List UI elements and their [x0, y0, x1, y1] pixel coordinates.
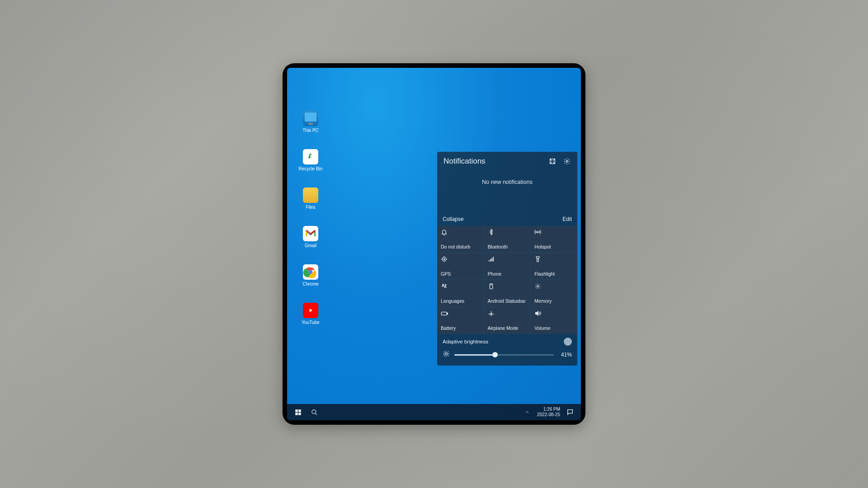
tile-label: Flashlight	[534, 272, 574, 277]
statusbar-icon	[488, 283, 527, 291]
tray-chevron-up-icon[interactable]	[519, 404, 535, 420]
expand-icon[interactable]	[547, 156, 557, 166]
recycle-icon	[303, 149, 318, 164]
desktop-icon-files[interactable]: Files	[303, 188, 318, 210]
desktop-icon-gmail[interactable]: Gmail	[303, 226, 318, 248]
tile-hotspot[interactable]: Hotspot	[531, 226, 577, 253]
tile-label: Phone	[488, 272, 527, 277]
svg-rect-16	[447, 313, 448, 314]
settings-icon[interactable]	[562, 156, 572, 166]
tile-label: Do not disturb	[441, 244, 480, 250]
svg-rect-19	[298, 409, 301, 412]
hotspot-icon	[534, 229, 574, 237]
tile-phone[interactable]: Phone	[484, 253, 531, 280]
desktop-icon-label: Files	[306, 205, 315, 210]
panel-title: Notifications	[443, 157, 543, 166]
no-notifications-text: No new notifications	[437, 171, 577, 212]
edit-button[interactable]: Edit	[562, 216, 572, 222]
tile-gps[interactable]: GPS	[437, 253, 484, 280]
desktop-icon-label: Chrome	[302, 282, 319, 286]
desktop-icon-label: This PC	[302, 128, 319, 133]
svg-rect-21	[298, 413, 301, 415]
tile-android-statusbar[interactable]: Android Statusbar	[484, 280, 531, 307]
adaptive-brightness-label: Adaptive brightness	[443, 339, 488, 344]
bell-icon	[441, 229, 480, 237]
tile-do-not-disturb[interactable]: Do not disturb	[437, 226, 484, 253]
brightness-percent: 41%	[558, 352, 572, 358]
desktop-icon-youtube[interactable]: YouTube	[302, 303, 319, 325]
tile-label: GPS	[441, 272, 480, 277]
tile-label: Languages	[441, 299, 480, 304]
bluetooth-icon	[488, 229, 527, 237]
svg-point-14	[537, 286, 539, 287]
youtube-icon	[303, 303, 318, 318]
folder-icon	[303, 188, 318, 203]
tile-memory[interactable]: Memory	[531, 280, 577, 307]
desktop-icon-label: Recycle Bin	[299, 166, 323, 171]
svg-rect-9	[490, 259, 491, 262]
desktop-icon-label: Gmail	[305, 243, 316, 248]
gear-icon	[534, 283, 574, 291]
tile-label: Battery	[441, 326, 480, 331]
chrome-icon	[303, 264, 318, 280]
tile-label: Volume	[534, 326, 574, 331]
action-center-button[interactable]	[562, 404, 578, 420]
svg-rect-20	[295, 413, 298, 415]
svg-rect-15	[441, 312, 447, 315]
tile-label: Hotspot	[534, 244, 574, 250]
svg-point-7	[443, 258, 445, 260]
adaptive-brightness-row[interactable]: Adaptive brightness	[437, 334, 577, 347]
action-center-panel: Notifications No new notifications Colla…	[437, 152, 577, 366]
tile-airplane-mode[interactable]: Airplane Mode	[484, 307, 531, 334]
tile-battery[interactable]: Battery	[437, 307, 484, 334]
language-icon	[441, 283, 480, 291]
tile-volume[interactable]: Volume	[531, 307, 577, 334]
taskbar: 1:26 PM 2022-08-25	[287, 404, 581, 420]
tile-bluetooth[interactable]: Bluetooth	[484, 226, 531, 253]
svg-rect-10	[491, 258, 492, 262]
quick-tiles-grid: Do not disturb Bluetooth Hotspot GPS Pho…	[437, 226, 577, 334]
flashlight-icon	[534, 256, 574, 264]
search-button[interactable]	[306, 404, 322, 420]
desktop-icons: This PC Recycle Bin Files	[297, 111, 324, 325]
tile-label: Bluetooth	[488, 244, 527, 250]
slider-thumb[interactable]	[492, 352, 498, 357]
start-button[interactable]	[290, 404, 306, 420]
svg-point-4	[566, 160, 568, 162]
volume-icon	[534, 310, 574, 318]
tile-languages[interactable]: Languages	[437, 280, 484, 307]
airplane-icon	[488, 310, 527, 318]
desktop-icon-this-pc[interactable]: This PC	[302, 111, 319, 133]
tile-label: Android Statusbar	[488, 299, 527, 304]
brightness-slider-row: 41%	[437, 347, 577, 366]
device-frame: This PC Recycle Bin Files	[283, 63, 585, 425]
panel-header: Notifications	[437, 152, 577, 171]
brightness-slider[interactable]	[454, 354, 554, 356]
svg-rect-18	[295, 409, 298, 412]
battery-icon	[441, 310, 480, 318]
tile-label: Memory	[534, 299, 574, 304]
svg-point-5	[538, 231, 539, 233]
taskbar-time: 1:26 PM	[537, 407, 560, 412]
tile-label: Airplane Mode	[488, 326, 527, 331]
screen: This PC Recycle Bin Files	[287, 68, 581, 420]
adaptive-brightness-toggle[interactable]	[564, 338, 572, 346]
svg-point-22	[311, 409, 316, 413]
collapse-button[interactable]: Collapse	[443, 216, 464, 222]
tile-flashlight[interactable]: Flashlight	[531, 253, 577, 280]
svg-rect-13	[490, 284, 492, 289]
brightness-icon	[443, 350, 450, 359]
svg-rect-8	[489, 260, 490, 262]
gmail-icon	[303, 226, 318, 241]
taskbar-clock[interactable]: 1:26 PM 2022-08-25	[535, 407, 562, 418]
svg-rect-11	[493, 257, 494, 262]
panel-action-bar: Collapse Edit	[437, 212, 577, 226]
gps-icon	[441, 256, 480, 264]
taskbar-date: 2022-08-25	[537, 412, 560, 418]
slider-fill	[454, 354, 495, 356]
monitor-icon	[303, 111, 318, 126]
svg-point-17	[445, 352, 447, 355]
desktop-icon-chrome[interactable]: Chrome	[302, 264, 319, 286]
signal-icon	[488, 256, 527, 264]
desktop-icon-recycle-bin[interactable]: Recycle Bin	[299, 149, 323, 171]
